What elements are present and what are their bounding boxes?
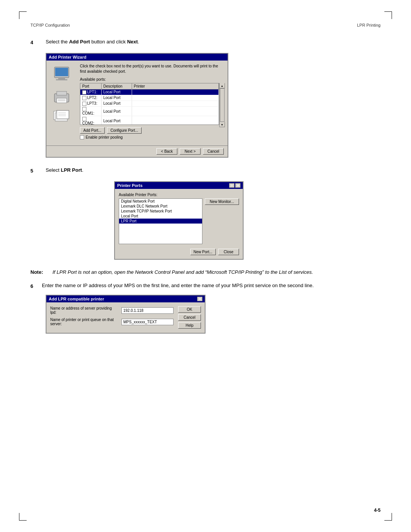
step-6-dialog-wrapper: Add LPR compatible printer ✕ Name or add… (46, 295, 381, 334)
lpr-server-row: Name or address of server providing lpd: (50, 306, 174, 315)
computer-icon (51, 66, 72, 85)
lpr-queue-row: Name of printer or print queue on that s… (50, 318, 174, 326)
col-printer: Printer (132, 83, 219, 89)
page-number: 4-5 (374, 508, 381, 513)
corner-mark-bl (19, 513, 27, 521)
back-button[interactable]: < Back (156, 148, 177, 155)
apw-port-buttons: Add Port... Configure Port... (80, 127, 225, 134)
list-item-lpr[interactable]: LPR Port (119, 219, 202, 224)
cell-port: LPT1: (80, 89, 101, 95)
step-6-text: Enter the name or IP address of your MPS… (42, 283, 381, 289)
list-item-digital[interactable]: Digital Network Port (119, 199, 202, 204)
corner-mark-tl (19, 11, 27, 19)
lpr-queue-input[interactable] (121, 319, 174, 325)
pp-ports-list: Digital Network Port Lexmark DLC Network… (119, 198, 202, 244)
pp-available-label: Available Printer Ports: (119, 193, 239, 197)
cell-port: COM2: (80, 116, 101, 125)
list-item-lexmark-tcp[interactable]: Lexmark TCP/IP Network Port (119, 209, 202, 214)
header-left: TCP/IP Configuration (30, 23, 70, 27)
table-row[interactable]: COM2: Local Port (80, 116, 219, 125)
cell-desc: Local Port (101, 106, 132, 116)
lpr-right-buttons: OK Cancel Help (178, 306, 201, 329)
pp-title: Printer Ports (117, 183, 143, 188)
note-text: If LPR Port is not an option, open the N… (53, 269, 313, 275)
apw-right-content: Click the check box next to the port(s) … (77, 61, 228, 145)
header-right: LPR Printing (357, 23, 381, 27)
lpr-close-button[interactable]: ✕ (197, 297, 202, 301)
apw-description: Click the check box next to the port(s) … (80, 64, 225, 74)
col-description: Description (101, 83, 132, 89)
svg-rect-2 (58, 78, 65, 79)
lpr-help-button[interactable]: Help (178, 322, 201, 329)
pp-help-button[interactable]: ? (229, 183, 234, 188)
table-row[interactable]: LPT2: Local Port (80, 95, 219, 101)
col-port: Port (80, 83, 101, 89)
step-4-number: 4 (30, 39, 46, 45)
configure-port-button[interactable]: Configure Port... (107, 127, 142, 134)
lpr-title: Add LPR compatible printer (49, 297, 104, 301)
lpr-titlebar-buttons: ✕ (197, 297, 202, 301)
list-item-lexmark-dlc[interactable]: Lexmark DLC Network Port (119, 204, 202, 209)
svg-rect-3 (56, 79, 67, 80)
step-5: 5 Select LPR Port. (30, 167, 381, 174)
pp-body: Available Printer Ports: Digital Network… (115, 189, 243, 259)
scroll-up-arrow[interactable]: ▲ (220, 83, 225, 88)
cell-port: LPT2: (80, 95, 101, 101)
step-4-bold2: Next (127, 39, 138, 45)
step-6: 6 Enter the name or IP address of your M… (30, 283, 381, 289)
list-item-local[interactable]: Local Port (119, 214, 202, 219)
svg-rect-5 (57, 91, 67, 95)
cell-printer (132, 106, 219, 116)
pp-close-dialog-button[interactable]: Close (218, 249, 239, 255)
add-printer-wizard-dialog: Add Printer Wizard (46, 53, 228, 158)
pp-titlebar: Printer Ports ? ✕ (115, 182, 243, 189)
new-monitor-button[interactable]: New Monitor... (205, 198, 239, 205)
lpr-body: Name or address of server providing lpd:… (46, 302, 205, 333)
lpr-server-input[interactable] (121, 307, 174, 314)
printer-icon (51, 89, 72, 105)
pp-close-button[interactable]: ✕ (235, 183, 241, 188)
step-5-number: 5 (30, 167, 46, 174)
table-row[interactable]: LPT3: Local Port (80, 101, 219, 106)
scroll-down-arrow[interactable]: ▼ (220, 122, 225, 127)
step-5-text: Select LPR Port. (46, 167, 381, 173)
step-6-number: 6 (30, 283, 42, 289)
add-lpr-dialog: Add LPR compatible printer ✕ Name or add… (46, 295, 206, 334)
svg-rect-8 (58, 101, 65, 101)
step-4-dialog-wrapper: Add Printer Wizard (46, 53, 381, 158)
step-4-text: Select the Add Port button and click Nex… (46, 39, 381, 45)
step-4-text-middle: button and click (90, 39, 127, 45)
cell-printer (132, 95, 219, 101)
lpr-ok-button[interactable]: OK (178, 306, 201, 313)
cell-desc: Local Port (101, 116, 132, 125)
lpr-cancel-button[interactable]: Cancel (178, 314, 201, 321)
printer-pooling-row: Enable printer pooling (80, 135, 225, 139)
svg-rect-7 (58, 99, 65, 100)
cell-port: LPT3: (80, 101, 101, 106)
printer-pooling-checkbox[interactable] (80, 135, 84, 139)
step-5-dialog-wrapper: Printer Ports ? ✕ Available Printer Port… (114, 181, 381, 260)
pp-footer: New Port... Close (119, 249, 239, 255)
cell-port: COM1: (80, 106, 101, 116)
apw-title: Add Printer Wizard (49, 55, 86, 59)
next-button[interactable]: Next > (180, 148, 201, 155)
cell-desc: Local Port (101, 101, 132, 106)
svg-rect-1 (55, 68, 68, 76)
printer-ports-dialog: Printer Ports ? ✕ Available Printer Port… (114, 181, 244, 260)
pp-new-port-button[interactable]: New Port... (190, 249, 216, 255)
note-bold-label: Note: (30, 269, 43, 275)
table-row[interactable]: LPT1: Local Port (80, 89, 219, 95)
page-footer: 4-5 (374, 508, 381, 513)
table-row[interactable]: COM1: Local Port (80, 106, 219, 116)
add-port-button[interactable]: Add Port... (80, 127, 105, 134)
note-label: Note: (30, 269, 49, 275)
apw-ports-label: Available ports: (80, 77, 225, 81)
corner-mark-tr (384, 11, 392, 19)
step-5-text-after: . (82, 167, 83, 173)
scroll-thumb[interactable] (220, 88, 225, 122)
step-4: 4 Select the Add Port button and click N… (30, 39, 381, 45)
cell-desc: Local Port (101, 95, 132, 101)
cancel-button[interactable]: Cancel (203, 148, 224, 155)
table-scrollbar[interactable]: ▲ ▼ (219, 83, 225, 127)
step-4-text-before: Select the (46, 39, 69, 45)
